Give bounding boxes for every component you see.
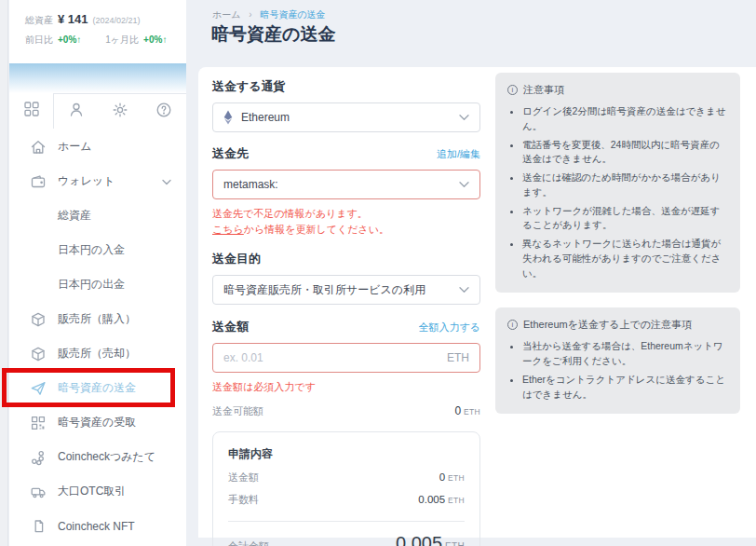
breadcrumb-separator: › xyxy=(249,9,251,20)
sidebar-item-wallet[interactable]: ウォレット xyxy=(9,164,186,198)
user-icon xyxy=(67,101,86,123)
available-unit: ETH xyxy=(464,407,480,416)
destination-select[interactable]: metamask: xyxy=(212,170,480,199)
notices-column: i 注意事項 ログイン後2分間は暗号資産の送金はできません。 電話番号を変更後、… xyxy=(495,73,740,414)
purpose-value: 暗号資産販売所・取引所サービスの利用 xyxy=(223,282,425,298)
sidebar-nav: ホーム ウォレット 総資産 日本円の入金 日本円の出金 xyxy=(9,129,186,543)
account-summary: 総資産 ¥ 141 (2024/02/21) 前日比 +0%↑ 1ヶ月比 +0%… xyxy=(9,0,186,63)
notice-item: Etherをコントラクトアドレスに送金することはできません。 xyxy=(522,373,728,403)
notice-ethereum: i Ethereumを送金する上での注意事項 当社から送金する場合は、Ether… xyxy=(495,307,740,414)
sidebar-item-label: 総資産 xyxy=(58,208,91,224)
notice-item: ログイン後2分間は暗号資産の送金はできません。 xyxy=(522,104,728,134)
notice-item: ネットワークが混雑した場合、送金が遅延することがあります。 xyxy=(522,204,728,234)
screen: 総資産 ¥ 141 (2024/02/21) 前日比 +0%↑ 1ヶ月比 +0%… xyxy=(0,0,756,546)
assets-date: (2024/02/21) xyxy=(93,16,141,25)
wallet-icon xyxy=(30,173,47,190)
cube-icon xyxy=(30,346,47,362)
currency-select[interactable]: Ethereum xyxy=(212,102,480,132)
paper-plane-icon xyxy=(30,380,47,397)
sidebar-item-jpy-withdraw[interactable]: 日本円の出金 xyxy=(9,267,186,302)
sidebar-item-receive-crypto[interactable]: 暗号資産の受取 xyxy=(9,405,186,440)
notice-title: Ethereumを送金する上での注意事項 xyxy=(523,318,692,332)
total-assets-label: 総資産 xyxy=(25,14,53,27)
scrollbar-strip[interactable] xyxy=(0,0,8,546)
nft-icon xyxy=(30,518,47,535)
sidebar-item-total-assets[interactable]: 総資産 xyxy=(9,198,186,233)
sidebar-item-send-crypto[interactable]: 暗号資産の送金 xyxy=(9,371,186,405)
sidebar-item-label: 販売所（売却） xyxy=(58,346,136,362)
sidebar-item-label: 暗号資産の送金 xyxy=(58,380,136,396)
breadcrumb: ホーム › 暗号資産の送金 xyxy=(212,8,326,21)
summary-title: 申請内容 xyxy=(228,446,465,462)
sidebar-item-exchange-sell[interactable]: 販売所（売却） xyxy=(9,336,186,371)
notice-title: 注意事項 xyxy=(523,83,564,97)
destination-value: metamask: xyxy=(223,178,278,191)
sidebar-item-nft[interactable]: Coincheck NFT xyxy=(9,509,186,543)
notice-item: 電話番号を変更後、24時間以内に暗号資産の送金はできません。 xyxy=(522,138,728,168)
summary-row-amount: 送金額 0 ETH xyxy=(228,471,465,485)
sidebar-item-label: ホーム xyxy=(58,139,92,155)
coins-icon xyxy=(30,449,47,466)
notice-general: i 注意事項 ログイン後2分間は暗号資産の送金はできません。 電話番号を変更後、… xyxy=(495,73,740,293)
sidebar-item-label: Coincheckつみたて xyxy=(58,449,155,465)
qr-code-icon xyxy=(30,415,47,431)
help-icon xyxy=(155,101,173,123)
cube-icon xyxy=(30,311,47,328)
sidebar-item-otc[interactable]: 大口OTC取引 xyxy=(9,474,186,509)
home-icon xyxy=(30,139,47,156)
destination-error: 送金先で不足の情報があります。 こちらから情報を更新してください。 xyxy=(212,206,480,237)
page-title: 暗号資産の送金 xyxy=(211,22,335,47)
amount-input[interactable] xyxy=(223,351,447,364)
destination-label: 送金先 xyxy=(212,145,249,162)
enter-full-amount-link[interactable]: 全額入力する xyxy=(418,321,480,334)
summary-divider xyxy=(228,521,465,522)
notice-list: ログイン後2分間は暗号資産の送金はできません。 電話番号を変更後、24時間以内に… xyxy=(507,104,728,280)
sidebar-item-home[interactable]: ホーム xyxy=(9,130,186,164)
tab-account[interactable] xyxy=(54,93,98,129)
currency-label: 送金する通貨 xyxy=(212,78,480,95)
purpose-label: 送金目的 xyxy=(212,251,480,267)
sidebar-item-tsumitate[interactable]: Coincheckつみたて xyxy=(9,440,186,474)
available-label: 送金可能額 xyxy=(212,404,263,418)
breadcrumb-current: 暗号資産の送金 xyxy=(260,9,325,20)
sidebar-item-label: 暗号資産の受取 xyxy=(58,415,136,430)
main-area: ホーム › 暗号資産の送金 暗号資産の送金 送金する通貨 Ethereum xyxy=(186,0,756,546)
total-assets-value: ¥ 141 xyxy=(58,12,88,26)
sidebar-tabs xyxy=(9,93,186,129)
summary-total-row: 合計金額 0.005 ETH xyxy=(228,533,465,546)
month-change-value: +0%↑ xyxy=(143,34,167,45)
notice-list: 当社から送金する場合は、Ethereumネットワークをご利用ください。 Ethe… xyxy=(507,339,728,402)
ethereum-icon xyxy=(223,110,233,125)
info-icon: i xyxy=(507,320,518,330)
destination-add-edit-link[interactable]: 追加/編集 xyxy=(437,147,480,161)
send-form: 送金する通貨 Ethereum 送金先 追加/編集 metamask: xyxy=(212,67,480,546)
sidebar-item-label: ウォレット xyxy=(58,173,115,189)
amount-input-wrap: ETH xyxy=(212,343,480,373)
sidebar-item-label: Coincheck NFT xyxy=(58,520,135,533)
day-change-value: +0%↑ xyxy=(58,34,81,45)
available-amount-row: 送金可能額 0 ETH xyxy=(212,404,480,418)
available-value: 0 xyxy=(454,404,461,417)
tab-help[interactable] xyxy=(142,93,186,129)
summary-row-fee: 手数料 0.005 ETH xyxy=(228,493,465,507)
amount-label: 送金額 xyxy=(212,319,249,335)
chevron-down-icon xyxy=(459,178,469,191)
tab-settings[interactable] xyxy=(99,93,142,129)
sidebar: 総資産 ¥ 141 (2024/02/21) 前日比 +0%↑ 1ヶ月比 +0%… xyxy=(9,0,186,546)
tab-menu[interactable] xyxy=(9,93,54,129)
breadcrumb-home[interactable]: ホーム xyxy=(212,9,240,20)
content-panel: 送金する通貨 Ethereum 送金先 追加/編集 metamask: xyxy=(198,67,756,538)
apps-grid-icon xyxy=(22,100,41,122)
currency-value: Ethereum xyxy=(241,111,290,124)
chevron-down-icon xyxy=(162,175,171,188)
sidebar-item-label: 大口OTC取引 xyxy=(58,484,126,499)
chevron-down-icon xyxy=(459,283,469,296)
update-info-link[interactable]: こちら xyxy=(212,224,244,235)
amount-unit: ETH xyxy=(447,351,469,364)
notice-item: 異なるネットワークに送られた場合は通貨が失われる可能性がありますのでご注意くださ… xyxy=(522,237,728,280)
sidebar-item-jpy-deposit[interactable]: 日本円の入金 xyxy=(9,233,186,267)
sidebar-item-exchange-buy[interactable]: 販売所（購入） xyxy=(9,302,186,336)
gear-icon xyxy=(111,101,129,123)
purpose-select[interactable]: 暗号資産販売所・取引所サービスの利用 xyxy=(212,275,480,305)
sidebar-gradient xyxy=(9,63,186,93)
